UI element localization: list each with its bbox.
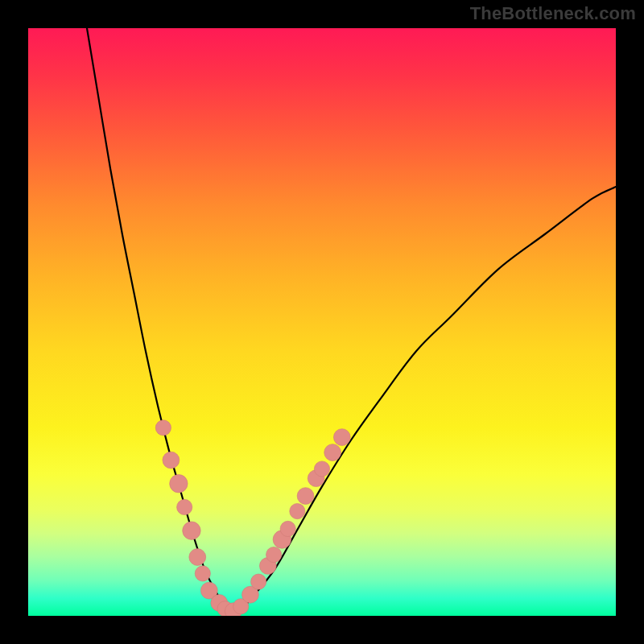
curve-marker [314, 461, 329, 477]
curve-marker [225, 603, 242, 616]
curve-marker [259, 558, 276, 575]
curve-marker [183, 522, 200, 539]
curve-marker [200, 582, 217, 599]
curve-marker [273, 530, 291, 548]
chart-frame: TheBottleneck.com [0, 0, 644, 644]
curve-marker [290, 503, 305, 518]
curve-marker [324, 444, 341, 461]
chart-svg [28, 28, 616, 616]
plot-area [28, 28, 616, 616]
curve-marker [266, 547, 282, 562]
curve-marker [333, 429, 350, 446]
curve-marker [211, 595, 228, 612]
curve-marker [233, 599, 249, 614]
curve-marker [217, 601, 233, 616]
curve-marker [308, 470, 324, 487]
curve-marker [195, 566, 210, 581]
curve-markers [155, 420, 350, 616]
curve-marker [155, 420, 171, 436]
curve-marker [297, 488, 314, 505]
curve-marker [170, 475, 188, 493]
curve-marker [242, 586, 259, 603]
curve-marker [177, 499, 192, 514]
curve-marker [189, 549, 206, 566]
curve-marker [280, 521, 295, 536]
curve-marker [163, 452, 180, 469]
curve-marker [251, 574, 266, 589]
bottleneck-curve [87, 28, 616, 612]
watermark-text: TheBottleneck.com [470, 3, 636, 24]
